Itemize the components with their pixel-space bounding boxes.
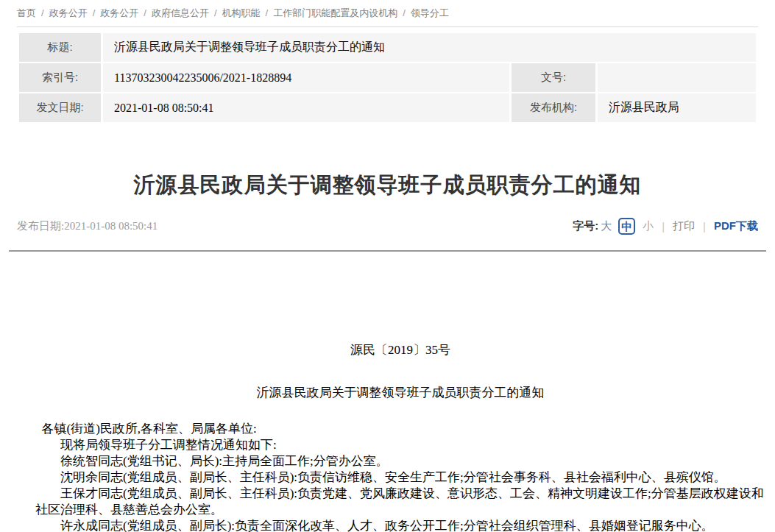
info-value-issue-date: 2021-01-08 08:50:41 (103, 93, 509, 122)
breadcrumb-separator: / (403, 7, 406, 18)
toolbar-divider: | (703, 220, 706, 233)
breadcrumb-item-zwgk-1[interactable]: 政务公开 (49, 7, 88, 18)
print-button[interactable]: 打印 (673, 219, 695, 233)
font-size-label: 字号: (573, 219, 598, 233)
document-paragraph: 各镇(街道)民政所,各科室、局属各单位: (35, 421, 765, 437)
document-paragraph: 沈明余同志(党组成员、副局长、主任科员):负责信访维稳、安全生产工作;分管社会事… (35, 469, 765, 486)
publish-date: 发布日期:2021-01-08 08:50:41 (17, 219, 158, 233)
info-row-title: 标题: 沂源县民政局关于调整领导班子成员职责分工的通知 (19, 33, 756, 62)
document-body: 源民〔2019〕35号 沂源县民政局关于调整领导班子成员职责分工的通知 各镇(街… (17, 341, 765, 532)
font-size-small-button[interactable]: 小 (643, 219, 654, 233)
toolbar-divider: | (662, 220, 665, 233)
document-title: 沂源县民政局关于调整领导班子成员职责分工的通知 (35, 384, 765, 402)
breadcrumb-divider (17, 26, 758, 27)
content-divider (9, 250, 766, 252)
breadcrumb-separator: / (144, 7, 146, 18)
info-value-index-number: 113703230042235006/2021-1828894 (103, 63, 509, 92)
article-toolbar: 字号: 大 中 小 | 打印 | PDF下载 (573, 218, 758, 235)
info-row-index: 索引号: 113703230042235006/2021-1828894 文号: (19, 63, 756, 92)
page-title: 沂源县民政局关于调整领导班子成员职责分工的通知 (17, 172, 758, 198)
document-paragraph: 徐统智同志(党组书记、局长):主持局全面工作;分管办公室。 (35, 453, 765, 469)
info-value-title: 沂源县民政局关于调整领导班子成员职责分工的通知 (103, 33, 756, 62)
document-paragraph: 现将局领导班子分工调整情况通知如下: (35, 437, 765, 453)
page: 首页/政务公开/政务公开/政府信息公开/机构职能/工作部门职能配置及内设机构/领… (0, 0, 775, 532)
breadcrumb-item-leadership[interactable]: 领导分工 (411, 7, 449, 18)
info-label-issue-date: 发文日期: (19, 93, 101, 122)
document-number: 源民〔2019〕35号 (35, 341, 765, 359)
info-value-issuing-agency: 沂源县民政局 (598, 93, 756, 122)
font-size-medium-button[interactable]: 中 (618, 218, 635, 235)
breadcrumb-item-functions[interactable]: 机构职能 (222, 7, 261, 18)
breadcrumb-separator: / (41, 7, 44, 18)
breadcrumb-item-info-disclosure[interactable]: 政府信息公开 (152, 7, 209, 18)
breadcrumb-item-home[interactable]: 首页 (17, 7, 36, 18)
document-paragraph: 王保才同志(党组成员、副局长、主任科员):负责党建、党风廉政建设、意识形态、工会… (35, 486, 765, 518)
breadcrumb-item-zwgk-2[interactable]: 政务公开 (100, 7, 138, 18)
breadcrumb-separator: / (266, 7, 269, 18)
info-row-date: 发文日期: 2021-01-08 08:50:41 发布机构: 沂源县民政局 (19, 93, 756, 122)
info-label-title: 标题: (19, 33, 101, 62)
font-size-large-button[interactable]: 大 (601, 219, 612, 233)
info-table: 标题: 沂源县民政局关于调整领导班子成员职责分工的通知 索引号: 1137032… (17, 32, 758, 124)
breadcrumb: 首页/政务公开/政务公开/政府信息公开/机构职能/工作部门职能配置及内设机构/领… (17, 0, 758, 20)
pdf-download-button[interactable]: PDF下载 (714, 219, 758, 233)
publish-date-label: 发布日期: (17, 220, 64, 232)
info-label-doc-number: 文号: (512, 63, 595, 92)
breadcrumb-item-dept-config[interactable]: 工作部门职能配置及内设机构 (273, 7, 397, 18)
article-meta-bar: 发布日期:2021-01-08 08:50:41 字号: 大 中 小 | 打印 … (17, 217, 758, 235)
breadcrumb-separator: / (93, 7, 96, 18)
info-label-index-number: 索引号: (19, 63, 101, 92)
info-label-issuing-agency: 发布机构: (512, 93, 595, 122)
info-value-doc-number (598, 63, 756, 92)
document-paragraph: 许永成同志(党组成员、副局长):负责全面深化改革、人才、政务公开工作;分管社会组… (35, 518, 765, 532)
publish-date-value: 2021-01-08 08:50:41 (64, 220, 158, 232)
breadcrumb-separator: / (214, 7, 217, 18)
